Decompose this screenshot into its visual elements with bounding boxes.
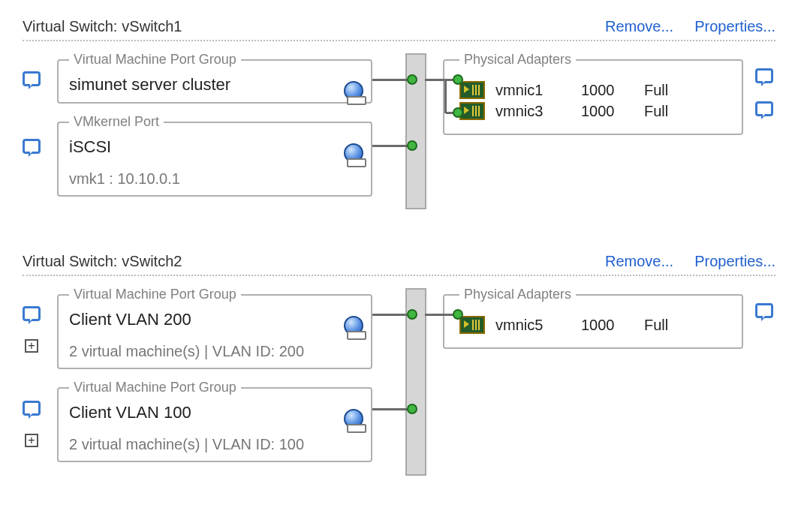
info-bubble-icon[interactable] xyxy=(23,139,41,154)
port-group-address: vmk1 : 10.10.0.1 xyxy=(69,170,360,188)
adapter-row: vmnic3 1000 Full xyxy=(459,102,731,120)
vswitch-actions: Remove... Properties... xyxy=(605,18,775,35)
adapter-name: vmnic1 xyxy=(495,82,571,99)
adapter-speed: 1000 xyxy=(581,103,634,120)
adapter-speed: 1000 xyxy=(581,82,634,99)
vswitch-header: Virtual Switch: vSwitch1 Remove... Prope… xyxy=(23,18,775,41)
connector-node xyxy=(407,140,417,151)
info-bubble-icon[interactable] xyxy=(755,101,773,116)
connector-node xyxy=(453,74,463,85)
properties-link[interactable]: Properties... xyxy=(694,253,775,270)
port-group-box: Virtual Machine Port Group simunet serve… xyxy=(57,52,372,104)
network-icon xyxy=(344,81,363,101)
port-group-type-label: Virtual Machine Port Group xyxy=(69,380,241,395)
connector-line xyxy=(425,79,453,81)
vswitch-actions: Remove... Properties... xyxy=(605,253,775,270)
adapter-name: vmnic5 xyxy=(495,317,571,334)
adapter-duplex: Full xyxy=(644,317,668,334)
adapter-speed: 1000 xyxy=(581,317,634,334)
connector-line xyxy=(425,314,453,316)
port-group-box: Virtual Machine Port Group Client VLAN 1… xyxy=(57,380,372,462)
connector-node xyxy=(407,309,417,320)
port-group-name: iSCSI xyxy=(69,137,360,157)
connector-node xyxy=(453,107,463,118)
vswitch-section: Virtual Switch: vSwitch2 Remove... Prope… xyxy=(23,253,775,482)
vswitch-name: vSwitch2 xyxy=(122,253,182,270)
vswitch-title-label: Virtual Switch: xyxy=(23,253,117,270)
nic-icon xyxy=(459,316,485,334)
network-icon xyxy=(344,316,363,335)
nic-icon xyxy=(459,102,485,120)
port-group-detail: 2 virtual machine(s) | VLAN ID: 200 xyxy=(69,343,360,360)
vswitch-name: vSwitch1 xyxy=(122,18,182,35)
connector-node xyxy=(407,404,417,414)
adapter-name: vmnic3 xyxy=(495,103,571,120)
port-group-type-label: VMkernel Port xyxy=(69,114,164,130)
vswitch-header: Virtual Switch: vSwitch2 Remove... Prope… xyxy=(23,253,775,276)
physical-adapters-label: Physical Adapters xyxy=(459,287,576,302)
expand-toggle[interactable]: + xyxy=(25,434,38,447)
remove-link[interactable]: Remove... xyxy=(605,253,673,270)
port-group-detail: 2 virtual machine(s) | VLAN ID: 100 xyxy=(69,436,360,453)
port-group-box: Virtual Machine Port Group Client VLAN 2… xyxy=(57,287,372,369)
port-group-type-label: Virtual Machine Port Group xyxy=(69,287,241,302)
expand-toggle[interactable]: + xyxy=(25,339,38,353)
connector-line xyxy=(372,79,408,81)
physical-adapters-box: Physical Adapters vmnic1 1000 Full vmnic… xyxy=(443,52,743,135)
properties-link[interactable]: Properties... xyxy=(694,18,775,35)
connector-line xyxy=(372,314,408,316)
nic-icon xyxy=(459,81,485,99)
physical-adapters-label: Physical Adapters xyxy=(459,52,576,68)
connector-node xyxy=(453,309,463,320)
adapter-duplex: Full xyxy=(644,103,668,120)
remove-link[interactable]: Remove... xyxy=(605,18,673,35)
vswitch-diagram: Virtual Machine Port Group simunet serve… xyxy=(23,52,775,217)
vswitch-section: Virtual Switch: vSwitch1 Remove... Prope… xyxy=(23,18,775,217)
adapter-duplex: Full xyxy=(644,82,668,99)
info-bubble-icon[interactable] xyxy=(755,303,773,318)
port-group-name: Client VLAN 200 xyxy=(69,310,360,329)
port-group-name: simunet server cluster xyxy=(69,75,360,95)
vswitch-diagram: + + Virtual Machine Port Group Client VL… xyxy=(23,287,775,482)
network-icon xyxy=(344,409,363,428)
info-bubble-icon[interactable] xyxy=(755,68,773,83)
adapter-row: vmnic5 1000 Full xyxy=(459,316,731,334)
port-group-name: Client VLAN 100 xyxy=(69,403,360,422)
physical-adapters-box: Physical Adapters vmnic5 1000 Full xyxy=(443,287,743,349)
adapter-row: vmnic1 1000 Full xyxy=(459,81,731,99)
connector-line xyxy=(372,145,408,147)
network-icon xyxy=(344,143,363,163)
port-group-type-label: Virtual Machine Port Group xyxy=(69,52,241,68)
connector-line xyxy=(372,408,408,410)
connector-line xyxy=(444,79,447,113)
info-bubble-icon[interactable] xyxy=(23,306,41,321)
vswitch-title-label: Virtual Switch: xyxy=(23,18,117,35)
connector-node xyxy=(407,74,417,85)
port-group-box: VMkernel Port iSCSI vmk1 : 10.10.0.1 xyxy=(57,114,372,197)
info-bubble-icon[interactable] xyxy=(23,71,41,86)
info-bubble-icon[interactable] xyxy=(23,401,41,416)
